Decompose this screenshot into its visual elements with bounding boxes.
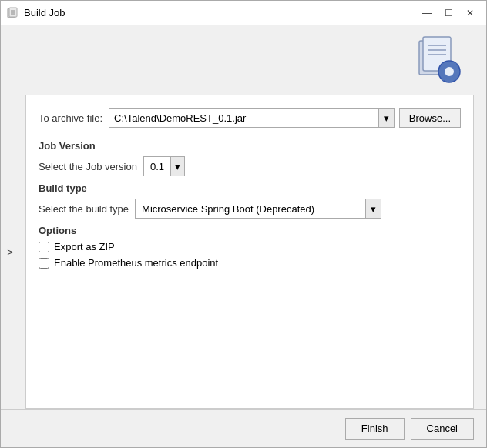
content-area: > To archive file: ▾ Browse... Job Versi… [1, 95, 486, 409]
archive-dropdown-button[interactable]: ▾ [378, 109, 394, 127]
job-version-select[interactable]: 0.1 ▾ [143, 156, 185, 176]
job-version-label: Select the Job version [39, 161, 137, 172]
archive-row: To archive file: ▾ Browse... [39, 108, 461, 128]
job-version-value: 0.1 [144, 161, 170, 172]
version-dropdown-icon: ▾ [175, 161, 180, 172]
window-icon [7, 7, 19, 19]
options-section-label: Options [39, 225, 461, 236]
build-type-dropdown-icon: ▾ [371, 203, 376, 215]
archive-label: To archive file: [39, 112, 102, 124]
title-bar: Build Job — ☐ ✕ [1, 1, 486, 25]
prometheus-label: Enable Prometheus metrics endpoint [54, 257, 218, 269]
build-type-select[interactable]: Microservice Spring Boot (Deprecated) ▾ [135, 199, 381, 219]
cancel-button[interactable]: Cancel [411, 418, 474, 440]
build-type-value: Microservice Spring Boot (Deprecated) [136, 203, 365, 215]
browse-button[interactable]: Browse... [399, 108, 461, 128]
build-type-row: Select the build type Microservice Sprin… [39, 199, 461, 219]
export-zip-row: Export as ZIP [39, 241, 461, 252]
export-zip-label: Export as ZIP [54, 241, 115, 252]
title-bar-left: Build Job [7, 7, 65, 19]
job-version-section-label: Job Version [39, 140, 461, 152]
build-job-icon [413, 33, 463, 83]
job-version-row: Select the Job version 0.1 ▾ [39, 156, 461, 176]
minimize-button[interactable]: — [417, 5, 437, 22]
wizard-icon-area [413, 33, 463, 85]
form-panel: To archive file: ▾ Browse... Job Version… [25, 95, 474, 409]
window-title: Build Job [24, 7, 65, 18]
export-zip-checkbox[interactable] [39, 242, 49, 252]
finish-button[interactable]: Finish [345, 418, 405, 440]
maximize-button[interactable]: ☐ [438, 5, 458, 22]
svg-point-11 [445, 67, 454, 76]
footer: Finish Cancel [1, 409, 486, 447]
archive-dropdown-icon: ▾ [384, 112, 389, 124]
build-job-window: Build Job — ☐ ✕ [0, 0, 487, 448]
prometheus-checkbox[interactable] [39, 258, 49, 269]
archive-file-input[interactable] [109, 109, 378, 127]
prometheus-row: Enable Prometheus metrics endpoint [39, 257, 461, 269]
build-type-label: Select the build type [39, 203, 129, 215]
job-version-dropdown-button[interactable]: ▾ [170, 157, 184, 176]
side-arrow: > [1, 95, 19, 409]
build-type-section-label: Build type [39, 182, 461, 194]
archive-combo[interactable]: ▾ [109, 108, 395, 128]
close-button[interactable]: ✕ [460, 5, 480, 22]
side-arrow-icon: > [7, 246, 13, 258]
title-bar-controls: — ☐ ✕ [417, 5, 480, 22]
build-type-dropdown-button[interactable]: ▾ [365, 199, 381, 218]
